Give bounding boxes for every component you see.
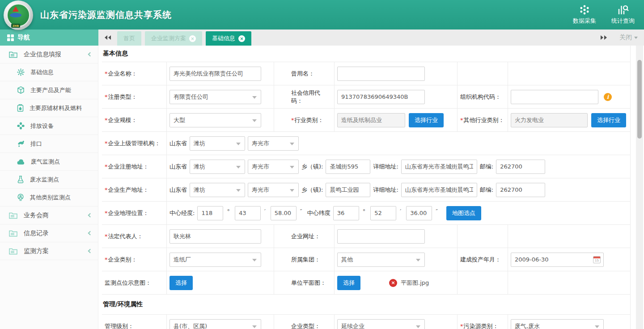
grid-icon — [7, 34, 14, 41]
plan-map-label: 单位平面图： — [274, 271, 335, 295]
town-label: 乡（镇): — [301, 163, 323, 171]
lon-min-input[interactable] — [235, 206, 261, 220]
prod-address-county-select[interactable]: 寿光市 — [248, 183, 299, 197]
legal-rep-label: *法定代表人： — [102, 225, 167, 248]
legal-rep-input[interactable] — [169, 229, 261, 244]
scale-select[interactable]: 大型 — [169, 113, 261, 127]
select-industry-button[interactable]: 选择行业 — [409, 113, 444, 127]
info-icon[interactable]: i — [604, 93, 612, 101]
collapse-chevron-icon — [88, 249, 93, 253]
parent-org-city-select[interactable]: 潍坊 — [190, 136, 245, 151]
sidebar-item-waste-water-points[interactable]: 废水监测点 — [0, 171, 98, 189]
collapse-chevron-icon — [88, 52, 93, 57]
statistics-query-button[interactable]: 统计查询 — [606, 4, 640, 25]
sidebar-item-basic-info[interactable]: 基础信息 — [0, 63, 98, 81]
lon-deg-input[interactable] — [197, 206, 223, 220]
sidebar-item-emission-equipment[interactable]: 排放设备 — [0, 117, 98, 135]
sidebar-group-info-records[interactable]: 信息记录 — [0, 224, 98, 242]
prod-address-town-input[interactable] — [326, 183, 370, 197]
lat-min-input[interactable] — [370, 206, 396, 220]
scrollbar-track[interactable] — [636, 46, 643, 329]
page-title: 山东省污染源监测信息共享系统 — [40, 9, 172, 21]
collapse-chevron-icon — [88, 213, 93, 218]
ent-type-label: 企业类型： — [274, 315, 335, 329]
sidebar-item-products-capacity[interactable]: 主要产品及产能 — [0, 81, 98, 99]
former-name-input[interactable] — [337, 67, 425, 81]
pollution-type-select[interactable]: 废气,废水 — [511, 319, 604, 329]
gear-icon — [17, 68, 25, 76]
delete-file-icon[interactable]: × — [389, 279, 397, 287]
tabs-scroll-left-button[interactable] — [98, 30, 114, 46]
website-label: 企业网址： — [274, 225, 335, 248]
tab-basic-info[interactable]: 基础信息 × — [206, 31, 251, 46]
data-collection-button[interactable]: 数据采集 — [567, 4, 602, 25]
pollution-type-label: *污染源类别： — [458, 315, 508, 329]
company-name-input[interactable] — [169, 67, 261, 81]
chevron-down-icon — [236, 166, 241, 171]
reg-address-city-select[interactable]: 潍坊 — [190, 160, 245, 174]
select-other-industry-button[interactable]: 选择行业 — [591, 113, 626, 127]
lat-sec-input[interactable] — [406, 206, 432, 220]
nav-header: 导航 — [0, 30, 98, 46]
credit-code-input[interactable] — [337, 90, 425, 104]
sidebar-group-business-consult[interactable]: 业务会商 — [0, 207, 98, 224]
close-tab-icon[interactable]: × — [189, 35, 196, 42]
reg-address-town-input[interactable] — [326, 160, 370, 174]
map-pick-button[interactable]: 地图选点 — [446, 206, 481, 220]
sidebar-item-outlet[interactable]: 排口 — [0, 135, 98, 153]
choose-plan-button[interactable]: 选择 — [337, 276, 360, 290]
lon-sec-input[interactable] — [271, 206, 297, 220]
province-label: 山东省 — [169, 139, 187, 148]
other-industry-label: *其他行业类别： — [458, 109, 508, 132]
fuel-icon — [17, 104, 24, 112]
reg-type-select[interactable]: 有限责任公司 — [169, 90, 261, 104]
tab-strip: 首页 企业监测方案 × 基础信息 × 关闭 — [98, 30, 644, 46]
close-tabs-dropdown[interactable]: 关闭 — [619, 34, 638, 42]
folder-icon — [9, 230, 17, 237]
folder-icon — [9, 51, 17, 58]
prod-address-zip-input[interactable] — [496, 183, 545, 197]
website-input[interactable] — [337, 229, 425, 244]
prod-address-detail-input[interactable] — [401, 183, 477, 197]
sidebar-group-monitor-plan[interactable]: 监测方案 — [0, 242, 98, 260]
sidebar-item-waste-gas-points[interactable]: 废气监测点 — [0, 153, 98, 171]
tab-enterprise-monitor-plan[interactable]: 企业监测方案 × — [145, 31, 202, 46]
lat-deg-input[interactable] — [333, 206, 359, 220]
mgmt-level-label: 管理级别： — [102, 315, 167, 329]
app-logo-icon: ZHB — [4, 0, 33, 30]
org-code-input[interactable] — [511, 90, 598, 104]
flask-icon — [17, 176, 24, 183]
tabs-scroll-right-button[interactable] — [598, 30, 613, 46]
company-type-label: *企业类别： — [102, 248, 167, 271]
group-select[interactable]: 其他 — [337, 253, 425, 267]
prod-address-city-select[interactable]: 潍坊 — [190, 183, 245, 197]
chevron-down-icon — [416, 325, 420, 329]
person-pin-icon — [17, 194, 24, 201]
latitude-label: 中心纬度 — [307, 209, 330, 217]
sidebar-group-enterprise-info[interactable]: 企业信息填报 — [0, 46, 98, 63]
choose-sketch-button[interactable]: 选择 — [169, 276, 193, 290]
chevron-down-icon — [290, 189, 294, 194]
fan-icon — [17, 122, 25, 130]
sidebar-item-other-category-points[interactable]: 其他类别监测点 — [0, 189, 98, 207]
prod-address-label: *企业生产地址： — [102, 178, 167, 202]
collapse-chevron-icon — [88, 231, 93, 236]
reg-address-county-select[interactable]: 寿光市 — [248, 160, 299, 174]
tab-home[interactable]: 首页 — [117, 31, 141, 46]
longitude-label: 中心经度: — [169, 209, 195, 217]
ent-type-select[interactable]: 延续企业 — [337, 319, 425, 329]
scrollbar-thumb[interactable] — [637, 60, 642, 139]
calendar-icon[interactable]: 15 — [593, 256, 601, 263]
built-date-input[interactable] — [511, 253, 604, 267]
folder-icon — [9, 248, 17, 255]
reg-address-zip-input[interactable] — [496, 160, 545, 174]
reg-address-detail-input[interactable] — [401, 160, 477, 174]
close-tab-icon[interactable]: × — [238, 35, 245, 42]
cube-icon — [17, 86, 25, 94]
parent-org-county-select[interactable]: 寿光市 — [248, 136, 299, 151]
detail-address-label: 详细地址: — [373, 186, 398, 194]
chevron-down-icon — [252, 259, 257, 264]
mgmt-level-select[interactable]: 县(市、区属) — [169, 319, 261, 329]
company-type-select[interactable]: 造纸厂 — [169, 253, 261, 267]
sidebar-item-raw-materials-fuel[interactable]: 主要原辅材料及燃料 — [0, 99, 98, 117]
